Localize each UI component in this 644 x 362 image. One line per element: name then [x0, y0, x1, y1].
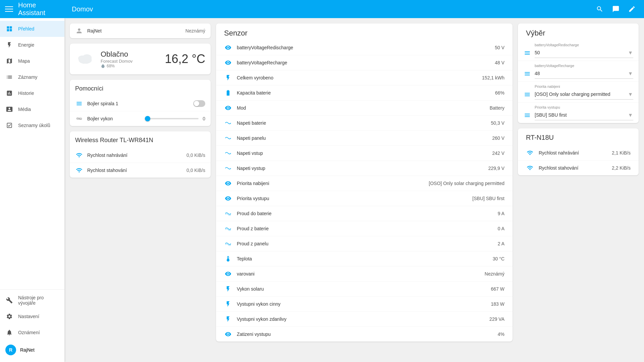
sensor-icon-9 [224, 179, 232, 187]
sensor-row: Vykon solaru 667 W [216, 282, 513, 297]
chat-button[interactable] [609, 2, 623, 16]
sensor-value-4: Battery [490, 105, 504, 111]
sensor-name-7: Napeti vstup [237, 150, 487, 156]
router-name-1: Rychlost stahování [87, 168, 182, 173]
sensor-value-6: 260 V [492, 135, 504, 141]
rt-icon-0 [526, 149, 534, 157]
select-icon-3 [523, 111, 531, 119]
sensor-icon-11 [224, 209, 232, 218]
sensor-value-11: 9 A [498, 211, 504, 216]
search-button[interactable] [593, 2, 606, 16]
sensor-name-15: varovani [237, 271, 480, 277]
sensor-rows: batteryVoltageRedischarge 50 V batteryVo… [216, 40, 513, 342]
app-title: Home Assistant [18, 1, 64, 17]
router-value-1: 0,0 KiB/s [186, 168, 205, 173]
sensor-value-2: 152,1 kWh [482, 75, 504, 80]
rt-row-1: Rychlost stahování 2,2 KiB/s [518, 161, 639, 175]
sidebar-item-nastroje[interactable]: Nástroje pro vývojáře [0, 292, 64, 308]
router-name-0: Rychlost nahrávání [87, 153, 182, 158]
router-value-0: 0,0 KiB/s [186, 153, 205, 158]
vybr-row-2: Priorita nabijeni [OSO] Only solar charg… [518, 82, 639, 103]
network-download-icon [75, 166, 83, 174]
user-row-status: Neznámý [185, 28, 205, 34]
checklist-icon [5, 121, 13, 129]
list-icon [5, 73, 13, 81]
sensor-value-16: 667 W [491, 286, 504, 292]
sensor-icon-16 [224, 285, 232, 293]
helper-row-0: Bojler spirala 1 [70, 96, 211, 111]
sidebar-item-nastaveni[interactable]: Nastavení [0, 308, 64, 324]
slider-track[interactable] [145, 118, 199, 119]
sensor-icon-13 [224, 240, 232, 248]
sensor-name-3: Kapacita baterie [237, 90, 490, 96]
sensor-icon-12 [224, 225, 232, 233]
sensor-name-2: Celkem vyrobeno [237, 75, 477, 80]
select-value-2[interactable]: [OSO] Only solar charging permitted ▾ [535, 89, 633, 100]
sidebar-item-oznameni[interactable]: Oznámení [0, 324, 64, 341]
sensor-name-17: Vystupni vykon cinny [237, 301, 486, 307]
vybr-row-1: batteryVoltageRecharge 48 ▾ [518, 61, 639, 82]
slider-thumb[interactable] [145, 116, 150, 121]
sensor-icon-17 [224, 300, 232, 308]
bojler-toggle[interactable] [193, 100, 205, 107]
select-label-2: Priorita nabijeni [523, 84, 633, 88]
sensor-value-8: 229,9 V [488, 166, 504, 171]
sidebar-item-label: Historie [18, 90, 34, 96]
sidebar-item-prehled[interactable]: Přehled [0, 21, 64, 37]
sensor-row: Priorita nabijeni [OSO] Only solar charg… [216, 176, 513, 191]
sensor-name-9: Priorita nabijeni [237, 181, 424, 186]
sidebar-item-label: Seznamy úkolů [18, 123, 50, 128]
select-value-1[interactable]: 48 ▾ [535, 68, 633, 79]
topbar-actions [593, 2, 644, 16]
select-label-3: Priorita vystupu [523, 105, 633, 109]
vybr-row-0: batteryVoltageRedischarge 50 ▾ [518, 40, 639, 61]
router-card: Wireless Router TL-WR841N Rychlost nahrá… [70, 131, 211, 178]
sidebar-item-media[interactable]: Média [0, 101, 64, 117]
sensor-icon-1 [224, 59, 232, 67]
select-value-3[interactable]: [SBU] SBU first ▾ [535, 110, 633, 120]
sensor-value-13: 2 A [498, 241, 504, 246]
sidebar-item-historie[interactable]: Historie [0, 85, 64, 101]
sidebar-item-energie[interactable]: Energie [0, 37, 64, 53]
right-column: Výběr batteryVoltageRedischarge 50 ▾ bat… [518, 23, 639, 175]
sensor-icon-4 [224, 104, 232, 112]
weather-icon [75, 49, 95, 69]
left-column: RajNet Neznámý [70, 23, 211, 178]
sensor-icon-2 [224, 74, 232, 82]
select-value-0[interactable]: 50 ▾ [535, 48, 633, 58]
edit-button[interactable] [625, 2, 639, 16]
vybr-rows: batteryVoltageRedischarge 50 ▾ batteryVo… [518, 40, 639, 123]
sensor-title: Senzor [216, 23, 513, 40]
sensor-name-14: Teplota [237, 256, 488, 261]
sidebar-user[interactable]: R RajNet [0, 341, 64, 359]
avatar: R [5, 345, 16, 355]
rt-card: RT-N18U Rychlost nahrávání 2,1 KiB/s Ryc… [518, 128, 639, 175]
sensor-row: Napeti panelu 260 V [216, 131, 513, 146]
sensor-value-19: 4% [498, 331, 504, 337]
lightning-icon [5, 41, 13, 49]
sensor-value-10: [SBU] SBU first [472, 196, 504, 201]
sensor-row: Mod Battery [216, 101, 513, 116]
sensor-value-12: 0 A [498, 226, 504, 231]
router-row-1: Rychlost stahování 0,0 KiB/s [70, 163, 211, 178]
sensor-name-12: Proud z baterie [237, 226, 493, 231]
sensor-name-5: Napeti baterie [237, 120, 486, 126]
svg-rect-0 [5, 6, 13, 7]
sidebar-item-ukoly[interactable]: Seznamy úkolů [0, 117, 64, 133]
chart-icon [5, 89, 13, 97]
chevron-down-icon: ▾ [629, 70, 632, 77]
select-icon-0 [523, 49, 531, 57]
middle-column: Senzor batteryVoltageRedischarge 50 V ba… [216, 23, 513, 342]
menu-button[interactable] [0, 0, 18, 18]
sidebar-item-zaznamy[interactable]: Záznamy [0, 69, 64, 85]
sidebar-bottom: Nástroje pro vývojáře Nastavení Oznámení… [0, 289, 64, 362]
select-label-0: batteryVoltageRedischarge [523, 43, 633, 47]
sidebar-item-label: Přehled [18, 26, 34, 32]
rt-row-0: Rychlost nahrávání 2,1 KiB/s [518, 145, 639, 161]
rt-value-0: 2,1 KiB/s [612, 150, 631, 156]
sensor-row: batteryVoltageRedischarge 50 V [216, 40, 513, 55]
sensor-row: Napeti baterie 50,3 V [216, 116, 513, 131]
sidebar-item-mapa[interactable]: Mapa [0, 53, 64, 69]
helpers-card: Pomocníci Bojler spirala 1 Bojler vykon [70, 80, 211, 126]
helper-row-1: Bojler vykon 0 [70, 111, 211, 126]
